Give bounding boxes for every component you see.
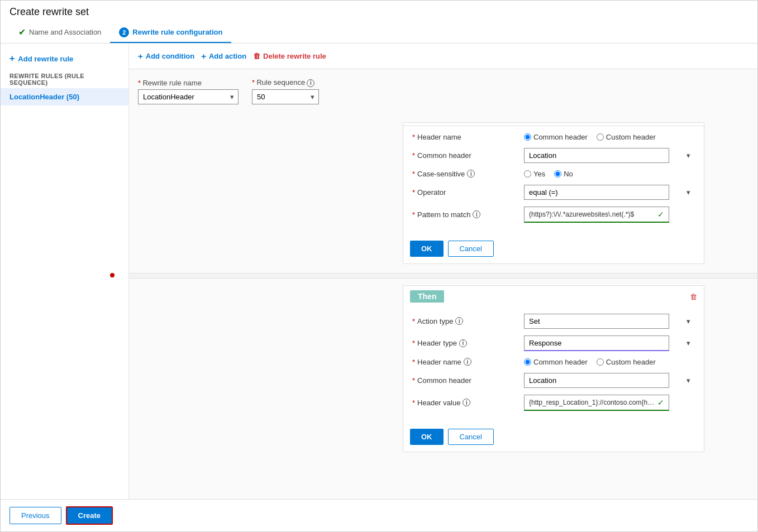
custom-header-radio[interactable] <box>597 133 604 141</box>
header-value-info-icon[interactable]: i <box>463 399 470 406</box>
pattern-label-text: Pattern to match <box>417 210 470 219</box>
condition-case-sensitive-label: * Case-sensitive i <box>412 170 524 178</box>
header-type-info-icon[interactable]: i <box>459 339 467 347</box>
page-header: Create rewrite set ✔ Name and Associatio… <box>1 1 757 44</box>
condition-ok-button[interactable]: OK <box>410 241 444 257</box>
sidebar-rule-label: LocationHeader (50) <box>9 93 79 101</box>
sidebar-item-location-header[interactable]: LocationHeader (50) <box>1 88 128 106</box>
then-common-header-radio[interactable] <box>524 358 531 366</box>
then-custom-header-radio-label[interactable]: Custom header <box>597 358 656 366</box>
check-circle-icon: ✔ <box>18 27 26 37</box>
then-action-type-field: * Action type i Set ▾ <box>412 314 695 329</box>
condition-common-header-field: * Common header Location ▾ <box>412 148 695 163</box>
then-custom-header-radio-text: Custom header <box>606 358 656 366</box>
action-type-info-icon[interactable]: i <box>455 317 463 325</box>
rule-config-area: * Rewrite rule name LocationHeader ▾ * <box>129 69 757 122</box>
header-name-label-text: Header name <box>417 133 461 141</box>
add-action-button[interactable]: + Add action <box>201 49 253 63</box>
add-condition-button[interactable]: + Add condition <box>138 49 201 63</box>
then-delete-button[interactable]: 🗑 <box>690 291 697 301</box>
case-sensitive-label-text: Case-sensitive <box>417 170 465 178</box>
tab-name-association-label: Name and Association <box>29 28 101 36</box>
then-header-type-label: * Header type i <box>412 339 524 347</box>
common-header-select-wrap: Location ▾ <box>524 148 695 163</box>
then-header-name-info-icon[interactable]: i <box>464 358 471 366</box>
then-header-type-field: * Header type i Response ▾ <box>412 336 695 351</box>
then-action-type-value: Set ▾ <box>524 314 695 329</box>
condition-card: * Header name Common header <box>403 122 704 264</box>
yes-radio-label[interactable]: Yes <box>524 170 545 178</box>
header-type-select[interactable]: Response <box>524 336 669 351</box>
pattern-info-icon[interactable]: i <box>473 210 480 218</box>
custom-header-radio-label[interactable]: Custom header <box>597 133 656 141</box>
then-common-header-label: * Common header <box>412 376 524 385</box>
case-sensitive-radio-group: Yes No <box>524 170 573 178</box>
rule-sequence-label-text: Rule sequence <box>256 78 305 87</box>
action-type-select[interactable]: Set <box>524 314 669 329</box>
then-header-name-value: Common header Custom header <box>524 358 695 366</box>
yes-radio-text: Yes <box>533 170 545 178</box>
add-condition-plus-icon: + <box>138 51 143 61</box>
then-header-name-label-text: Header name <box>417 358 461 366</box>
page-body: + Add rewrite rule REWRITE RULES (RULE S… <box>1 44 757 499</box>
custom-header-radio-text: Custom header <box>606 133 656 141</box>
previous-button[interactable]: Previous <box>9 507 61 524</box>
then-common-header-field: * Common header Location ▾ <box>412 373 695 388</box>
then-ok-button[interactable]: OK <box>410 429 444 445</box>
condition-header-name-value: Common header Custom header <box>524 133 695 141</box>
add-rewrite-rule-label: Add rewrite rule <box>18 55 73 63</box>
then-common-header-radio-label[interactable]: Common header <box>524 358 588 366</box>
then-card-footer: OK Cancel <box>403 424 704 452</box>
condition-operator-value: equal (=) ▾ <box>524 185 695 200</box>
operator-label-text: Operator <box>417 188 446 196</box>
page: Create rewrite set ✔ Name and Associatio… <box>0 0 758 532</box>
rule-sequence-select[interactable]: 50 <box>252 89 319 104</box>
rule-sequence-info-icon[interactable]: i <box>307 79 314 87</box>
toolbar: + Add condition + Add action 🗑 Delete re… <box>129 44 757 69</box>
then-header-name-field: * Header name i Common header <box>412 358 695 366</box>
main-content: + Add condition + Add action 🗑 Delete re… <box>129 44 757 499</box>
then-header-type-value: Response ▾ <box>524 336 695 351</box>
rule-name-select-wrap: LocationHeader ▾ <box>138 89 239 104</box>
operator-select-wrap: equal (=) ▾ <box>524 185 695 200</box>
then-header-value-label: * Header value i <box>412 399 524 407</box>
yes-radio[interactable] <box>524 170 531 178</box>
then-custom-header-radio[interactable] <box>597 358 604 366</box>
add-rewrite-rule-button[interactable]: + Add rewrite rule <box>1 49 128 68</box>
condition-card-footer: OK Cancel <box>403 236 704 263</box>
common-header-select[interactable]: Location <box>524 148 669 163</box>
condition-cancel-button[interactable]: Cancel <box>448 241 494 257</box>
header-type-chevron-icon: ▾ <box>687 339 690 347</box>
condition-header-name-field: * Header name Common header <box>412 133 695 141</box>
header-value-input-wrap[interactable]: {http_resp_Location_1}://contoso.com{htt… <box>524 395 669 411</box>
no-radio[interactable] <box>554 170 561 178</box>
condition-operator-label: * Operator <box>412 188 524 196</box>
header-value-label-text: Header value <box>417 399 460 407</box>
create-button[interactable]: Create <box>66 506 113 525</box>
condition-pattern-field: * Pattern to match i (https?):\/\/.*azur… <box>412 207 695 223</box>
then-card: Then 🗑 * Action type i <box>403 285 704 452</box>
rule-name-select[interactable]: LocationHeader <box>138 89 239 104</box>
then-header-name-label: * Header name i <box>412 358 524 366</box>
condition-pattern-label: * Pattern to match i <box>412 210 524 219</box>
red-dot <box>110 273 115 277</box>
pattern-input-wrap[interactable]: (https?):\/\/.*azurewebsites\.net(.*)$ ✓ <box>524 207 669 223</box>
header-value-text: {http_resp_Location_1}://contoso.com{htt… <box>529 399 655 406</box>
rule-sequence-label: * Rule sequence i <box>252 78 319 87</box>
operator-select[interactable]: equal (=) <box>524 185 669 200</box>
delete-rewrite-rule-button[interactable]: 🗑 Delete rewrite rule <box>253 50 333 63</box>
delete-rewrite-rule-label: Delete rewrite rule <box>263 52 326 60</box>
then-cancel-button[interactable]: Cancel <box>448 429 494 445</box>
then-common-header-select[interactable]: Location <box>524 373 669 388</box>
required-star: * <box>138 79 141 87</box>
common-header-radio[interactable] <box>524 133 531 141</box>
add-condition-label: Add condition <box>146 52 194 60</box>
sidebar-section-label: REWRITE RULES (RULE SEQUENCE) <box>1 68 128 88</box>
then-header-value-field: * Header value i {http_resp_Location_1}:… <box>412 395 695 411</box>
condition-common-header-label: * Common header <box>412 151 524 160</box>
tab-rewrite-rule-config[interactable]: 2 Rewrite rule configuration <box>110 22 231 43</box>
case-sensitive-info-icon[interactable]: i <box>467 170 475 178</box>
no-radio-label[interactable]: No <box>554 170 573 178</box>
common-header-radio-label[interactable]: Common header <box>524 133 588 141</box>
tab-name-association[interactable]: ✔ Name and Association <box>9 22 110 43</box>
